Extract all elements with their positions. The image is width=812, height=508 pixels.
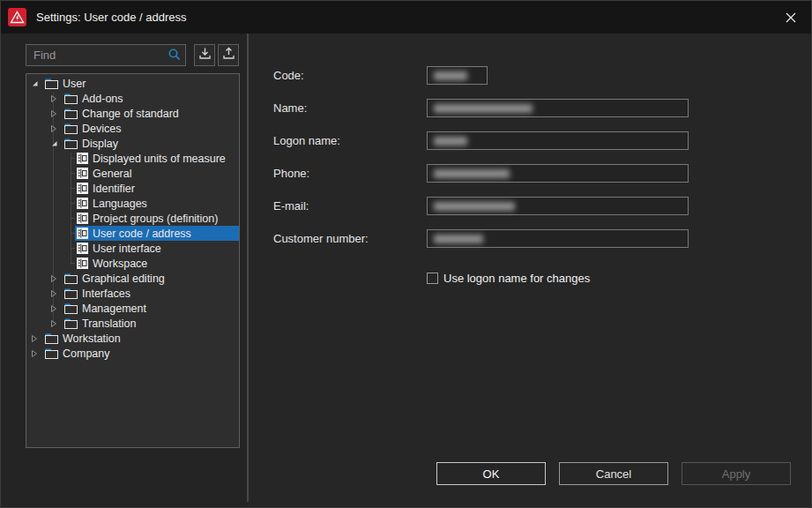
folder-icon — [64, 93, 78, 104]
apply-button[interactable]: Apply — [682, 462, 791, 485]
logon-name-field[interactable] — [427, 131, 689, 150]
dialog-footer: OK Cancel Apply — [436, 462, 791, 485]
expand-closed-icon[interactable] — [50, 319, 57, 328]
redacted-value — [434, 202, 515, 211]
tree-item-translation[interactable]: Translation — [26, 316, 239, 331]
folder-icon — [64, 288, 78, 299]
name-field[interactable] — [427, 99, 689, 117]
folder-icon — [45, 332, 58, 344]
find-input[interactable] — [26, 44, 186, 66]
folder-icon — [45, 78, 58, 89]
redacted-value — [434, 71, 467, 80]
eplan-logo-icon — [8, 8, 26, 26]
window-title: Settings: User code / address — [36, 11, 187, 24]
expand-open-icon[interactable] — [31, 79, 38, 88]
tree-item-company[interactable]: Company — [26, 346, 239, 361]
folder-icon — [64, 318, 78, 329]
tree-item-user[interactable]: User — [26, 76, 239, 91]
folder-icon — [64, 303, 78, 314]
expand-closed-icon[interactable] — [50, 289, 57, 298]
name-label: Name: — [273, 101, 427, 115]
customer-number-field[interactable] — [427, 229, 689, 248]
settings-page-icon — [77, 198, 88, 209]
phone-field[interactable] — [427, 164, 689, 183]
folder-icon — [64, 123, 78, 134]
tree-item-user-interface[interactable]: User interface — [26, 241, 239, 256]
folder-icon — [64, 138, 78, 149]
code-label: Code: — [273, 69, 427, 82]
tree-item-management[interactable]: Management — [26, 301, 239, 316]
expand-closed-icon[interactable] — [31, 334, 38, 343]
expand-closed-icon[interactable] — [50, 274, 57, 283]
settings-page-icon — [77, 258, 88, 269]
folder-icon — [64, 273, 78, 284]
settings-page-icon — [77, 213, 88, 224]
email-field[interactable] — [427, 197, 689, 215]
settings-page-icon — [77, 153, 88, 164]
expand-closed-icon[interactable] — [50, 124, 57, 133]
export-settings-button[interactable] — [218, 44, 239, 66]
tree-item-display[interactable]: Display — [26, 136, 239, 151]
tree-item-graphical-editing[interactable]: Graphical editing — [26, 271, 239, 286]
close-icon[interactable] — [779, 6, 802, 29]
settings-window: { "window": { "title": "Settings: User c… — [0, 0, 812, 508]
expand-open-icon[interactable] — [50, 139, 57, 148]
tree-item-identifier[interactable]: Identifier — [26, 181, 239, 196]
import-settings-button[interactable] — [194, 44, 215, 66]
email-label: E-mail: — [273, 199, 427, 213]
cancel-button[interactable]: Cancel — [559, 462, 668, 485]
user-code-address-page: Code: Name: Logon name: Phone: E-mail: C… — [249, 34, 811, 508]
settings-page-icon — [77, 243, 88, 254]
redacted-value — [434, 104, 533, 113]
redacted-value — [434, 169, 510, 178]
expand-closed-icon[interactable] — [31, 349, 38, 358]
arrow-down-tray-icon — [198, 47, 212, 64]
search-icon — [168, 48, 182, 65]
expand-closed-icon[interactable] — [50, 304, 57, 313]
folder-icon — [45, 347, 58, 359]
tree-item-change-of-standard[interactable]: Change of standard — [26, 106, 239, 121]
tree-item-workstation[interactable]: Workstation — [26, 331, 239, 346]
arrow-up-tray-icon — [222, 47, 235, 64]
tree-item-languages[interactable]: Languages — [26, 196, 239, 211]
settings-tree: User Add-ons Change of standard Devices — [26, 73, 240, 448]
settings-page-icon — [77, 183, 88, 194]
ok-button[interactable]: OK — [436, 462, 546, 485]
use-logon-name-label: Use logon name for changes — [443, 272, 590, 285]
tree-item-project-groups-definition[interactable]: Project groups (definition) — [26, 211, 239, 226]
settings-page-icon — [77, 228, 88, 239]
tree-item-displayed-units-of-measure[interactable]: Displayed units of measure — [26, 151, 239, 166]
logon-name-label: Logon name: — [273, 134, 427, 147]
customer-number-label: Customer number: — [273, 232, 427, 245]
expand-closed-icon[interactable] — [50, 94, 57, 103]
tree-item-general[interactable]: General — [26, 166, 239, 181]
tree-item-add-ons[interactable]: Add-ons — [26, 91, 239, 106]
tree-item-devices[interactable]: Devices — [26, 121, 239, 136]
use-logon-name-checkbox[interactable] — [427, 273, 438, 284]
phone-label: Phone: — [273, 167, 427, 180]
title-bar: Settings: User code / address — [1, 1, 811, 34]
tree-item-interfaces[interactable]: Interfaces — [26, 286, 239, 301]
tree-item-user-code-address[interactable]: User code / address — [26, 226, 239, 241]
settings-navigation-pane: User Add-ons Change of standard Devices — [1, 34, 247, 508]
tree-item-workspace[interactable]: Workspace — [26, 256, 239, 271]
redacted-value — [434, 235, 483, 243]
code-field[interactable] — [427, 66, 488, 85]
settings-page-icon — [77, 168, 88, 179]
redacted-value — [434, 137, 467, 146]
expand-closed-icon[interactable] — [50, 109, 57, 118]
folder-icon — [64, 108, 78, 119]
